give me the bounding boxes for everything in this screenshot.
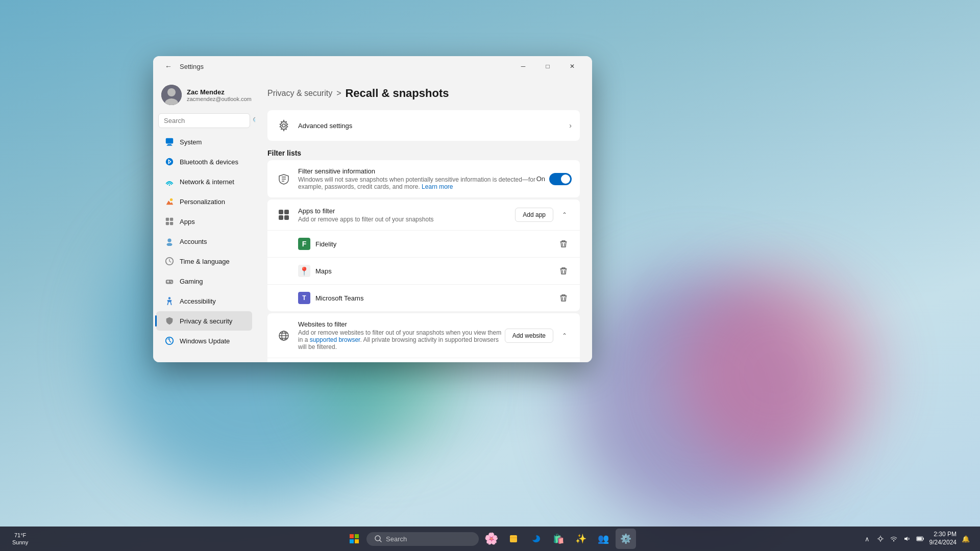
start-button[interactable] xyxy=(344,529,364,549)
teams-name: Microsoft Teams xyxy=(315,294,555,302)
weather-temp: 71°F xyxy=(14,532,26,539)
filter-sensitive-title: Filter sensitive information xyxy=(298,167,536,175)
settings-window: ← Settings ─ □ ✕ Zac Mendez xyxy=(153,56,592,362)
sidebar-item-apps[interactable]: Apps xyxy=(156,212,252,231)
tray-battery[interactable] xyxy=(914,533,926,545)
user-profile: Zac Mendez zacmendez@outlook.com xyxy=(153,81,255,113)
taskbar-files-icon[interactable] xyxy=(503,529,524,549)
clock[interactable]: 2:30 PM 9/24/2024 xyxy=(929,531,957,546)
app-list-item-fidelity: F Fidelity xyxy=(267,231,580,258)
supported-browser-link[interactable]: supported browser xyxy=(310,336,360,343)
breadcrumb-current: Recall & snapshots xyxy=(345,87,449,100)
svg-point-43 xyxy=(879,537,882,540)
fidelity-icon: F xyxy=(298,238,310,250)
breadcrumb: Privacy & security > Recall & snapshots xyxy=(267,87,580,100)
svg-point-13 xyxy=(167,239,171,242)
taskbar-settings-icon[interactable]: ⚙️ xyxy=(616,529,636,549)
weather-widget[interactable]: 71°F Sunny xyxy=(8,532,32,546)
tray-volume[interactable] xyxy=(901,533,913,545)
sidebar-item-accounts[interactable]: Accounts xyxy=(156,232,252,251)
sidebar-search-input[interactable] xyxy=(164,117,250,124)
minimize-button[interactable]: ─ xyxy=(511,58,535,74)
accounts-icon xyxy=(164,236,175,246)
apps-collapse-button[interactable]: ⌃ xyxy=(557,208,572,222)
apps-to-filter-card: Apps to filter Add or remove apps to fil… xyxy=(267,199,580,311)
advanced-settings-content: Advanced settings xyxy=(298,122,569,130)
taskbar-store-icon[interactable]: 🛍️ xyxy=(548,529,569,549)
maximize-button[interactable]: □ xyxy=(536,58,559,74)
websites-filter-icon xyxy=(276,328,292,344)
svg-point-17 xyxy=(170,281,172,282)
close-button[interactable]: ✕ xyxy=(560,58,584,74)
advanced-settings-title: Advanced settings xyxy=(298,122,569,130)
delete-maps-button[interactable] xyxy=(555,263,572,279)
add-website-button[interactable]: Add website xyxy=(505,329,553,343)
system-tray: ∧ xyxy=(861,533,926,545)
sidebar-item-gaming[interactable]: Gaming xyxy=(156,271,252,291)
titlebar: ← Settings ─ □ ✕ xyxy=(153,56,592,77)
taskbar-search-label: Search xyxy=(386,535,407,543)
user-name: Zac Mendez xyxy=(187,88,252,96)
taskbar-photos-icon[interactable]: 🌸 xyxy=(481,529,501,549)
filter-sensitive-desc: Windows will not save snapshots when pot… xyxy=(298,176,536,190)
sidebar-item-time[interactable]: Time & language xyxy=(156,252,252,271)
toggle-slider xyxy=(549,173,572,185)
svg-point-48 xyxy=(893,540,894,541)
tray-brightness[interactable] xyxy=(874,533,887,545)
advanced-settings-row[interactable]: Advanced settings › xyxy=(267,110,580,141)
websites-filter-actions: Add website ⌃ xyxy=(505,329,572,343)
taskbar-right: ∧ xyxy=(861,531,972,546)
sidebar-item-windows-update[interactable]: Windows Update xyxy=(156,331,252,350)
sidebar-item-system[interactable]: System xyxy=(156,132,252,152)
svg-point-18 xyxy=(172,282,173,283)
sidebar-item-network[interactable]: Network & internet xyxy=(156,172,252,191)
websites-filter-desc: Add or remove websites to filter out of … xyxy=(298,329,505,350)
breadcrumb-separator: > xyxy=(336,89,341,98)
svg-point-19 xyxy=(168,297,171,299)
taskbar-copilot-icon[interactable]: ✨ xyxy=(571,529,591,549)
taskbar-teams-icon[interactable]: 👥 xyxy=(593,529,614,549)
back-button[interactable]: ← xyxy=(161,59,176,73)
app-list-item-teams: T Microsoft Teams xyxy=(267,285,580,311)
window-title: Settings xyxy=(180,63,204,70)
accessibility-icon xyxy=(164,296,175,306)
taskbar-search[interactable]: Search xyxy=(366,532,479,546)
notification-bell[interactable]: 🔔 xyxy=(960,533,972,545)
sidebar-item-accessibility[interactable]: Accessibility xyxy=(156,291,252,311)
add-app-button[interactable]: Add app xyxy=(515,208,553,222)
teams-icon: T xyxy=(298,292,310,304)
maps-icon: 📍 xyxy=(298,265,310,277)
window-controls: ─ □ ✕ xyxy=(511,58,584,74)
main-content: Privacy & security > Recall & snapshots … xyxy=(255,77,592,362)
chevron-right-icon: › xyxy=(569,121,572,130)
websites-filter-content: Websites to filter Add or remove website… xyxy=(298,320,505,350)
network-icon xyxy=(164,177,175,187)
websites-collapse-button[interactable]: ⌃ xyxy=(557,329,572,343)
sidebar-item-personalization[interactable]: Personalization xyxy=(156,192,252,211)
svg-rect-16 xyxy=(166,280,173,284)
tray-wifi[interactable] xyxy=(888,533,900,545)
sidebar-item-windows-update-label: Windows Update xyxy=(180,337,230,345)
windows-update-icon xyxy=(164,336,175,346)
sidebar-item-privacy[interactable]: Privacy & security xyxy=(156,311,252,331)
bg-decoration-3 xyxy=(674,270,878,474)
svg-point-21 xyxy=(282,124,285,127)
websites-filter-header: Websites to filter Add or remove website… xyxy=(267,313,580,358)
breadcrumb-parent[interactable]: Privacy & security xyxy=(267,89,332,98)
learn-more-link[interactable]: Learn more xyxy=(422,183,453,190)
svg-point-7 xyxy=(169,184,170,186)
filter-sensitive-icon xyxy=(276,171,292,187)
delete-teams-button[interactable] xyxy=(555,290,572,306)
taskbar: 71°F Sunny Search 🌸 xyxy=(0,527,980,551)
delete-fidelity-button[interactable] xyxy=(555,236,572,252)
sidebar-search-box[interactable]: 🔍 xyxy=(158,113,250,128)
sidebar-item-bluetooth-label: Bluetooth & devices xyxy=(180,158,238,166)
filter-sensitive-toggle[interactable] xyxy=(549,173,572,185)
sidebar-item-bluetooth[interactable]: Bluetooth & devices xyxy=(156,152,252,171)
sidebar-item-time-label: Time & language xyxy=(180,258,230,265)
sidebar: Zac Mendez zacmendez@outlook.com 🔍 xyxy=(153,77,255,362)
websites-filter-title: Websites to filter xyxy=(298,320,505,328)
taskbar-edge-icon[interactable] xyxy=(526,529,546,549)
tray-chevron[interactable]: ∧ xyxy=(861,533,873,545)
svg-rect-27 xyxy=(279,215,283,220)
